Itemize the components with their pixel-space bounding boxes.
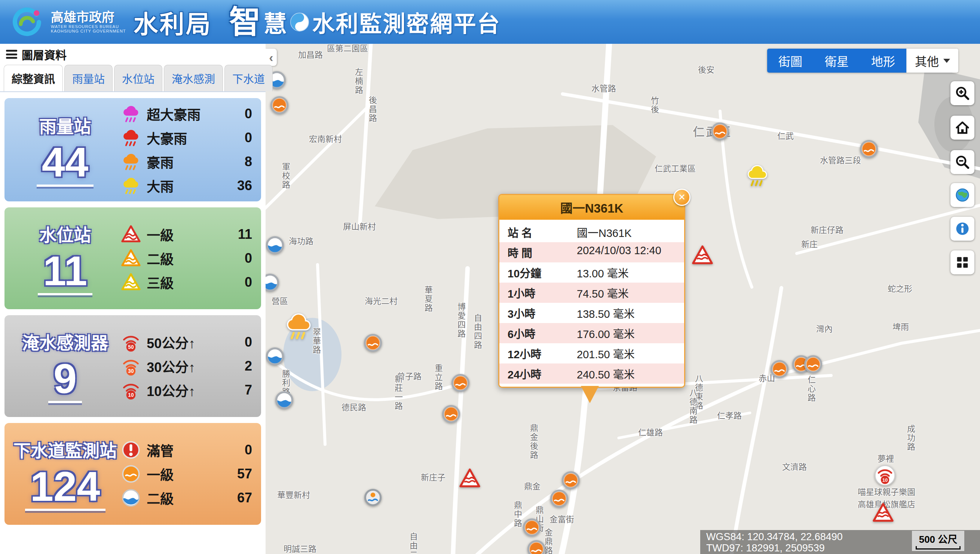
marker-alert-water[interactable] — [872, 502, 894, 524]
popup-row-value: 國一N361K — [577, 224, 632, 240]
card-count[interactable]: 11 — [38, 249, 92, 295]
layer-panel-title: 圖層資料 — [22, 46, 67, 62]
marker-sewer1[interactable] — [441, 404, 461, 424]
zoom-out-button[interactable] — [950, 150, 974, 174]
stat-value: 7 — [245, 382, 254, 398]
layer-panel: 圖層資料 綜整資訊雨量站水位站淹水感測下水道 雨量站44超大豪雨0大豪雨0豪雨8… — [0, 44, 266, 554]
sensor-50-icon: 50 — [121, 332, 141, 352]
marker-water[interactable] — [275, 390, 294, 410]
zoom-in-button[interactable] — [950, 81, 974, 105]
sidebar-tab-water-level-stations[interactable]: 水位站 — [114, 65, 162, 91]
marker-sewer1[interactable] — [561, 471, 581, 490]
popup-row-label: 10分鐘 — [508, 265, 577, 280]
marker-sewer1[interactable] — [522, 518, 542, 537]
popup-row-value: 138.50 毫米 — [577, 305, 635, 321]
popup-row-label: 24小時 — [508, 366, 577, 382]
layers-icon — [6, 50, 17, 59]
marker-sewer1[interactable] — [549, 489, 569, 508]
info-button[interactable] — [950, 217, 974, 241]
basemap-other-button[interactable]: 其他 — [906, 49, 958, 73]
stat-value: 0 — [245, 442, 254, 458]
marker-water[interactable] — [266, 346, 285, 366]
platform-title-rest: 水利監測密網平台 — [312, 6, 501, 38]
stat-value: 0 — [245, 106, 254, 122]
marker-sewer1[interactable] — [270, 96, 289, 115]
card-count[interactable]: 44 — [37, 140, 94, 187]
marker-water[interactable] — [266, 235, 285, 255]
marker-flood[interactable] — [364, 488, 382, 507]
popup-row-label: 3小時 — [508, 305, 577, 321]
sidebar-tab-flood-sensors[interactable]: 淹水感測 — [164, 65, 223, 91]
basemap-other-label: 其他 — [915, 52, 939, 69]
marker-sewer1[interactable] — [803, 354, 823, 374]
marker-sewer1[interactable] — [527, 540, 546, 554]
full-pipe-icon — [121, 440, 141, 460]
alert-red-icon — [121, 225, 141, 244]
level1-orange-icon — [121, 464, 141, 484]
card-rows: 一級11二級0三級0 — [118, 213, 254, 303]
summary-card-rainfall-stations: 雨量站44超大豪雨0大豪雨0豪雨8大雨36 — [5, 98, 261, 201]
sidebar-tab-summary[interactable]: 綜整資訊 — [4, 65, 63, 91]
stat-row: 1010公分↑7 — [121, 380, 254, 400]
basemap-satellite-button[interactable]: 衛星 — [813, 49, 860, 73]
card-count[interactable]: 9 — [48, 357, 82, 403]
marker-water[interactable] — [266, 273, 280, 292]
sidebar-tabs: 綜整資訊雨量站水位站淹水感測下水道 — [0, 65, 266, 92]
popup-row: 6小時176.00 毫米 — [500, 323, 684, 343]
sensor-30-icon: 30 — [121, 356, 141, 376]
summary-card-flood-sensors: 淹水感測器95050公分↑03030公分↑21010公分↑7 — [5, 315, 261, 417]
zoom-out-icon — [954, 154, 970, 170]
stat-value: 67 — [237, 490, 254, 506]
popup-row-label: 1小時 — [508, 285, 577, 300]
hui-char: 慧 — [264, 5, 287, 39]
layer-panel-header: 圖層資料 — [0, 44, 266, 65]
marker-sewer1[interactable] — [451, 373, 470, 393]
marker-sewer1[interactable] — [770, 359, 789, 379]
station-popup: 國一N361K ✕ 站 名國一N361K時 間2024/10/03 12:401… — [498, 194, 685, 388]
basemap-terrain-button[interactable]: 地形 — [860, 49, 906, 73]
marker-wifi10[interactable]: 10 — [874, 465, 896, 486]
svg-text:10: 10 — [128, 392, 134, 398]
home-button[interactable] — [950, 116, 974, 140]
globe-button[interactable] — [950, 183, 974, 207]
popup-row: 12小時201.50 毫米 — [500, 343, 684, 364]
scale-label: 500 公尺 — [916, 532, 961, 545]
marker-sewer1[interactable] — [363, 333, 383, 353]
marker-sewer1[interactable] — [710, 122, 730, 141]
popup-row: 站 名國一N361K — [500, 222, 684, 242]
marker-alert-water[interactable] — [692, 244, 713, 266]
marker-sewer1[interactable] — [859, 139, 879, 159]
stat-label: 大豪雨 — [146, 128, 187, 147]
popup-close-button[interactable]: ✕ — [673, 188, 690, 206]
map-canvas[interactable]: 加昌路區第二園區左楠路後昌路宏南新村軍校路水管路竹後後安仁武區仁武水管路三段仁武… — [266, 44, 980, 554]
grid-icon — [954, 254, 970, 271]
close-icon: ✕ — [678, 192, 686, 203]
card-left-flood-sensors: 淹水感測器9 — [12, 321, 118, 411]
gov-en-line1: WATER RESOURCES BUREAU — [51, 24, 126, 29]
svg-text:30: 30 — [128, 368, 134, 374]
card-left-rainfall-stations: 雨量站44 — [12, 104, 118, 195]
sidebar-tab-rain-stations[interactable]: 雨量站 — [64, 65, 113, 91]
rain-orange-icon — [121, 152, 141, 171]
panel-collapse-button[interactable]: ‹ — [266, 49, 277, 66]
stat-value: 57 — [237, 466, 254, 482]
basemap-street-button[interactable]: 街圖 — [767, 49, 813, 73]
grid-button[interactable] — [950, 251, 974, 275]
svg-text:50: 50 — [128, 344, 134, 350]
rain-purple-icon — [121, 104, 141, 123]
marker-rain-orange[interactable] — [285, 313, 313, 342]
popup-row: 時 間2024/10/03 12:40 — [500, 242, 684, 262]
scale-bar — [916, 546, 961, 549]
card-count[interactable]: 124 — [25, 465, 105, 511]
stat-value: 8 — [245, 154, 254, 169]
stat-label: 50公分↑ — [146, 332, 195, 352]
droplet-icon — [290, 12, 309, 32]
marker-alert-water[interactable] — [459, 468, 480, 489]
popup-row: 3小時138.50 毫米 — [500, 303, 684, 323]
popup-row-label: 站 名 — [508, 224, 577, 240]
sidebar-tab-sewer[interactable]: 下水道 — [224, 65, 273, 91]
stat-label: 30公分↑ — [146, 356, 195, 376]
alert-orange-icon — [121, 249, 141, 268]
marker-rain-yellow[interactable] — [746, 165, 769, 188]
popup-row-label: 時 間 — [508, 244, 577, 260]
